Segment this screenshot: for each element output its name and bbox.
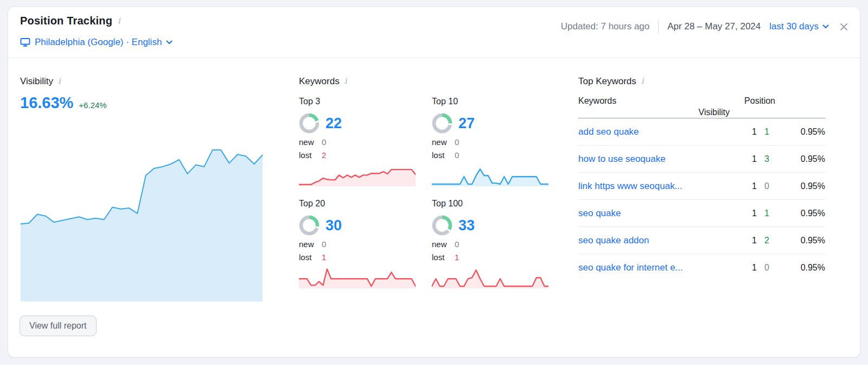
new-value[interactable]: 0 [455,240,459,249]
bucket-label: Top 20 [299,199,416,209]
visibility-value: 0.95% [775,154,825,164]
info-icon[interactable]: i [58,76,61,87]
column-header-visibility: Visibility [578,108,730,117]
info-icon[interactable]: i [344,76,347,87]
lost-label: lost [299,253,322,262]
keyword-link[interactable]: add seo quake [578,127,730,137]
position-value: 1 [730,263,757,273]
view-full-report-button[interactable]: View full report [20,316,97,336]
header-divider [8,58,860,58]
visibility-value: 0.95% [775,209,825,218]
date-range-label: Apr 28 – May 27, 2024 [667,21,761,32]
close-icon[interactable] [840,23,848,31]
keyword-link[interactable]: how to use seoquake [578,154,730,165]
campaign-label: Philadelphia (Google) · English [35,37,162,48]
bucket-label: Top 3 [299,97,416,106]
position-diff: 3 [757,154,775,164]
top-keywords-table: Keywords Position Visibility add seo qua… [578,96,825,281]
widget-header: Position Tracking i [20,15,120,27]
info-icon[interactable]: i [118,16,120,27]
position-value: 1 [730,209,757,218]
lost-value[interactable]: 0 [455,150,459,160]
new-label: new [432,137,455,147]
bucket-sparkline-chart [299,266,416,288]
bucket-count[interactable]: 30 [326,217,342,234]
keyword-bucket-top-100: Top 10033new0lost1 [432,199,548,288]
new-label: new [432,240,455,249]
visibility-value: 0.95% [775,181,825,191]
position-value: 1 [730,127,757,137]
top-keywords-title: Top Keywords [578,76,636,87]
bucket-label: Top 100 [432,199,548,209]
campaign-selector[interactable]: Philadelphia (Google) · English [20,37,173,48]
table-row: seo quake addon120.95% [578,227,825,254]
visibility-value: 0.95% [775,236,825,246]
column-header-keywords: Keywords [578,96,730,106]
keyword-bucket-top-10: Top 1027new0lost0 [432,97,548,186]
bucket-sparkline-chart [432,163,548,186]
top-keywords-section: Top Keywords i Keywords Position Visibil… [578,76,825,281]
bucket-sparkline-chart [299,163,416,186]
table-row: seo quake for internet e...100.95% [578,254,825,281]
position-value: 1 [730,236,757,246]
keyword-link[interactable]: link https www seoquak... [578,181,730,192]
table-row: add seo quake110.95% [578,118,825,146]
header-meta: Updated: 7 hours ago Apr 28 – May 27, 20… [561,20,848,33]
bucket-count[interactable]: 22 [326,115,342,132]
position-diff: 2 [757,236,775,246]
lost-value[interactable]: 2 [322,150,326,160]
info-icon[interactable]: i [641,76,644,87]
position-tracking-widget: Position Tracking i Philadelphia (Google… [8,7,860,357]
table-row: seo quake110.95% [578,200,825,227]
position-diff: 1 [757,209,775,218]
position-diff: 1 [757,127,775,137]
keyword-bucket-top-3: Top 322new0lost2 [299,97,416,186]
keyword-link[interactable]: seo quake for internet e... [578,262,730,273]
table-header-row: Keywords Position Visibility [578,96,825,118]
table-row: link https www seoquak...100.95% [578,173,825,200]
keyword-buckets: Top 322new0lost2Top 1027new0lost0Top 203… [299,97,550,288]
lost-label: lost [299,150,322,160]
period-dropdown[interactable]: last 30 days [769,21,829,32]
keywords-title: Keywords [299,76,340,87]
new-label: new [299,240,322,249]
period-label: last 30 days [769,21,819,32]
position-diff: 0 [757,181,775,191]
lost-label: lost [432,253,455,262]
new-value[interactable]: 0 [322,240,326,249]
visibility-value: 16.63% [20,94,73,112]
visibility-section: Visibility i 16.63% +6.24% [20,76,265,112]
keywords-section: Keywords i Top 322new0lost2Top 1027new0l… [299,76,550,288]
position-value: 1 [730,181,757,191]
rank-donut-icon [299,113,320,134]
visibility-value: 0.95% [775,127,825,137]
new-value[interactable]: 0 [455,137,459,147]
new-value[interactable]: 0 [322,137,326,147]
bucket-label: Top 10 [432,97,548,106]
column-header-position: Position [730,96,775,106]
rank-donut-icon [432,215,452,236]
new-label: new [299,137,322,147]
bucket-count[interactable]: 33 [458,217,475,234]
table-row: how to use seoquake130.95% [578,146,825,173]
lost-value[interactable]: 1 [455,253,459,262]
chevron-down-icon [822,24,829,29]
position-value: 1 [730,154,757,164]
keyword-bucket-top-20: Top 2030new0lost1 [299,199,416,288]
bucket-count[interactable]: 27 [458,115,475,132]
visibility-value: 0.95% [775,263,825,273]
bucket-sparkline-chart [432,266,548,288]
visibility-delta: +6.24% [79,100,106,110]
lost-value[interactable]: 1 [322,253,326,262]
divider [658,20,659,33]
lost-label: lost [432,150,455,160]
keyword-link[interactable]: seo quake [578,208,730,219]
desktop-icon [20,37,30,47]
updated-label: Updated: 7 hours ago [561,21,650,32]
visibility-title: Visibility [20,76,53,87]
rank-donut-icon [299,215,320,236]
rank-donut-icon [432,113,452,134]
keyword-link[interactable]: seo quake addon [578,235,730,246]
position-diff: 0 [757,263,775,273]
visibility-area-chart [21,137,263,301]
